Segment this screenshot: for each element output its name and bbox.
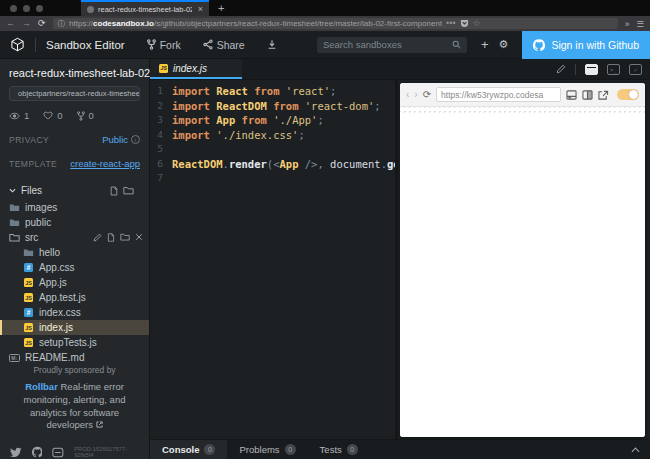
codesandbox-logo-icon[interactable] [10, 37, 25, 52]
js-file-icon: JS [23, 338, 34, 347]
preview-forward-button[interactable]: › [414, 90, 417, 100]
file-tree-item-app-css[interactable]: #App.css [0, 260, 149, 275]
reload-button[interactable]: ⟳ [38, 19, 46, 28]
hamburger-menu-icon[interactable]: ☰ [636, 19, 644, 29]
preview-content[interactable] [400, 116, 645, 437]
new-sandbox-button[interactable]: + [481, 37, 489, 52]
panel-tab-label: Problems [239, 444, 279, 455]
edit-pencil-icon[interactable] [556, 64, 566, 74]
split-view-icon[interactable] [582, 90, 593, 100]
file-tree-item-src[interactable]: src [0, 230, 149, 245]
js-file-icon: JS [23, 293, 34, 302]
browser-tab[interactable]: react-redux-timesheet-lab-02 × [81, 0, 209, 16]
file-tree-item-index-js[interactable]: JSindex.js [0, 320, 149, 335]
twitter-icon[interactable] [10, 447, 22, 458]
page-actions-icon[interactable]: ••• [446, 19, 455, 28]
rename-pencil-icon[interactable] [93, 233, 102, 242]
code-editor[interactable]: 1import React from 'react';2import React… [150, 80, 395, 439]
sponsor-name: Rollbar [25, 381, 58, 392]
window-zoom-button[interactable] [36, 5, 43, 12]
sandbox-stats: 1 0 0 [9, 110, 140, 121]
code-text: ReactDOM.render(<App />, document.getEle… [172, 158, 395, 173]
collapse-panel-chevron-icon[interactable] [631, 440, 650, 459]
file-tree-item-app-js[interactable]: JSApp.js [0, 275, 149, 290]
views-stat: 1 [9, 110, 29, 121]
tab-close-icon[interactable]: × [196, 4, 203, 14]
new-folder-icon[interactable] [120, 233, 130, 241]
settings-gear-icon[interactable]: ⚙ [499, 38, 509, 51]
window-close-button[interactable] [10, 5, 17, 12]
code-text: import App from './App'; [172, 114, 324, 129]
file-name: index.js [39, 322, 73, 333]
fork-button[interactable]: Fork [147, 39, 181, 51]
file-tree-item-setuptests-js[interactable]: JSsetupTests.js [0, 335, 149, 350]
template-row: TEMPLATE create-react-app [9, 158, 140, 169]
spectrum-icon[interactable] [52, 447, 64, 458]
window-minimize-button[interactable] [23, 5, 30, 12]
privacy-value[interactable]: Publici [102, 134, 140, 145]
app-window: react-redux-timesheet-lab-02 × + ← → ⟳ ⓘ… [0, 0, 650, 459]
file-tree-item-readme-md[interactable]: M↓README.md [0, 350, 149, 365]
preview-url-field[interactable]: https://kw53rywzpo.codesa [436, 87, 561, 102]
overflow-menu-icon[interactable]: » [625, 19, 630, 29]
template-link[interactable]: create-react-app [70, 158, 140, 169]
file-tree-item-public[interactable]: public [0, 215, 149, 230]
sign-in-github-button[interactable]: Sign in with Github [522, 31, 650, 59]
search-input[interactable] [323, 39, 448, 50]
responsive-preview-icon[interactable] [566, 90, 577, 100]
window-controls[interactable] [0, 0, 53, 16]
sponsor-text[interactable]: Rollbar Real-time error monitoring, aler… [12, 381, 137, 432]
file-tree-item-app-test-js[interactable]: JSApp.test.js [0, 290, 149, 305]
share-icon [203, 39, 213, 50]
browser-preview: ‹ › ⟳ https://kw53rywzpo.codesa [400, 83, 645, 437]
new-file-icon[interactable] [110, 186, 118, 196]
code-text: import ReactDOM from 'react-dom'; [172, 100, 381, 115]
project-title: react-redux-timesheet-lab-02 [9, 67, 140, 79]
delete-x-icon[interactable] [135, 233, 143, 241]
files-section-header[interactable]: Files [9, 185, 140, 196]
console-view-toggle-icon[interactable]: >_ [607, 64, 620, 75]
editor-tab-indexjs[interactable]: JS index.js [150, 59, 242, 79]
back-button[interactable]: ← [6, 19, 15, 28]
panel-tab-problems[interactable]: Problems0 [227, 440, 307, 459]
pocket-icon[interactable] [460, 19, 469, 28]
new-folder-icon[interactable] [123, 186, 134, 195]
download-button[interactable] [267, 39, 277, 50]
github-icon[interactable] [32, 446, 43, 458]
site-info-icon[interactable]: ⓘ [58, 19, 66, 29]
share-button[interactable]: Share [203, 39, 245, 51]
preview-view-toggle-icon[interactable] [585, 64, 598, 75]
new-tab-button[interactable]: + [209, 0, 233, 16]
preview-refresh-button[interactable]: ⟳ [423, 90, 431, 100]
forks-stat[interactable]: 0 [77, 110, 94, 121]
open-external-icon[interactable] [598, 90, 609, 100]
tests-view-toggle-icon[interactable]: ✓ [629, 64, 642, 75]
live-preview-toggle[interactable] [617, 89, 639, 100]
forward-button[interactable]: → [22, 19, 31, 28]
file-tree: imagespublicsrchello#App.cssJSApp.jsJSAp… [0, 200, 149, 365]
search-icon [452, 40, 461, 49]
new-file-icon[interactable] [107, 233, 115, 242]
code-text: import './index.css'; [172, 129, 305, 144]
code-line-3: 3import App from './App'; [150, 114, 395, 129]
bookmark-star-icon[interactable]: ☆ [473, 19, 481, 28]
tab-title: react-redux-timesheet-lab-02 [98, 5, 192, 14]
preview-pane: ‹ › ⟳ https://kw53rywzpo.codesa [395, 80, 650, 439]
likes-stat[interactable]: 0 [43, 110, 62, 121]
file-tree-item-images[interactable]: images [0, 200, 149, 215]
panel-tab-console[interactable]: Console0 [150, 440, 227, 459]
panel-tab-tests[interactable]: Tests0 [308, 440, 370, 459]
file-tree-item-hello[interactable]: hello [0, 245, 149, 260]
preview-back-button[interactable]: ‹ [406, 90, 409, 100]
github-repo-badge[interactable]: objectpartners/react-redux-timesheet [9, 86, 140, 101]
file-tree-item-index-css[interactable]: #index.css [0, 305, 149, 320]
line-number: 5 [150, 143, 172, 158]
line-number: 7 [150, 172, 172, 187]
code-line-1: 1import React from 'react'; [150, 85, 395, 100]
fork-icon [147, 39, 156, 50]
status-bar: Console0Problems0Tests0 [150, 439, 650, 459]
markdown-icon: M↓ [9, 354, 20, 362]
url-bar[interactable]: ⓘ https://codesandbox.io/s/github/object… [53, 18, 618, 29]
repo-name: objectpartners/react-redux-timesheet [18, 89, 140, 98]
search-box[interactable] [317, 37, 467, 53]
